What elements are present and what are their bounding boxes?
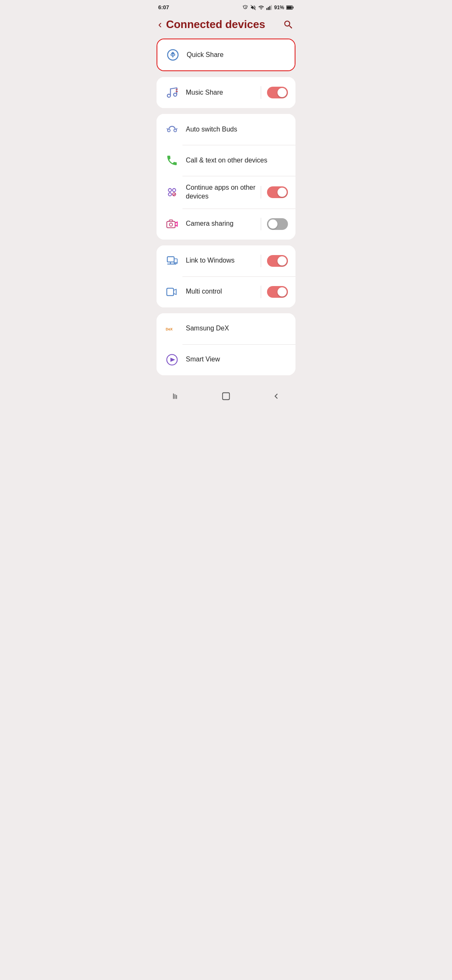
music-share-divider	[261, 86, 261, 99]
music-share-toggle-wrap	[261, 86, 288, 99]
list-item-smart-view[interactable]: Smart View	[157, 344, 295, 375]
svg-rect-4	[271, 5, 272, 10]
link-to-windows-label: Link to Windows	[186, 256, 261, 265]
auto-switch-buds-icon	[164, 121, 180, 137]
link-to-windows-divider	[261, 255, 261, 267]
svg-point-11	[167, 129, 170, 132]
search-icon[interactable]	[283, 19, 294, 30]
svg-rect-24	[167, 288, 174, 296]
samsung-dex-label: Samsung DeX	[186, 324, 288, 333]
quick-share-section: Quick Share	[157, 39, 295, 71]
status-bar: 6:07 91%	[151, 0, 301, 13]
multi-control-toggle[interactable]	[267, 286, 288, 298]
continue-apps-toggle[interactable]	[267, 186, 288, 198]
mute-icon	[250, 5, 256, 10]
samsung-section: DeX Samsung DeX Smart View	[157, 313, 295, 375]
signal-icon	[266, 5, 272, 10]
svg-point-15	[168, 193, 172, 196]
list-item-call-text[interactable]: Call & text on other devices	[157, 145, 295, 176]
camera-sharing-icon	[164, 216, 180, 232]
list-item-multi-control[interactable]: Multi control	[157, 276, 295, 307]
battery-percent: 91%	[274, 5, 284, 10]
continue-apps-toggle-knob	[277, 188, 287, 197]
svg-rect-2	[268, 7, 269, 10]
camera-sharing-label: Camera sharing	[186, 219, 261, 228]
list-item-auto-switch-buds[interactable]: Auto switch Buds	[157, 114, 295, 145]
continue-apps-toggle-wrap	[261, 186, 288, 199]
multi-control-toggle-wrap	[261, 286, 288, 298]
quick-share-icon	[165, 47, 181, 63]
link-to-windows-toggle-knob	[277, 256, 287, 266]
device-features-section: Auto switch Buds Call & text on other de…	[157, 114, 295, 240]
list-item-samsung-dex[interactable]: DeX Samsung DeX	[157, 313, 295, 344]
music-share-icon	[164, 85, 180, 101]
svg-point-9	[167, 94, 171, 98]
back-button[interactable]: ‹	[158, 18, 162, 31]
multi-control-divider	[261, 286, 261, 298]
alarm-icon	[242, 5, 248, 10]
home-button[interactable]	[217, 387, 235, 405]
status-icons: 91%	[242, 5, 294, 10]
svg-point-12	[174, 129, 176, 132]
header: ‹ Connected devices	[151, 13, 301, 39]
link-to-windows-toggle-wrap	[261, 255, 288, 267]
continue-apps-divider	[261, 186, 261, 199]
link-to-windows-icon	[164, 253, 180, 269]
smart-view-label: Smart View	[186, 355, 288, 364]
camera-sharing-divider	[261, 218, 261, 230]
multi-control-toggle-knob	[277, 287, 287, 297]
svg-rect-6	[287, 6, 292, 9]
svg-rect-1	[267, 8, 267, 10]
continue-apps-icon	[164, 184, 180, 200]
auto-switch-buds-label: Auto switch Buds	[186, 125, 288, 134]
list-item-link-to-windows[interactable]: Link to Windows	[157, 245, 295, 276]
svg-rect-3	[270, 6, 270, 10]
quick-share-label: Quick Share	[187, 51, 287, 59]
call-text-label: Call & text on other devices	[186, 156, 288, 165]
continue-apps-label: Continue apps on other devices	[186, 183, 261, 201]
smart-view-icon	[164, 352, 180, 368]
call-text-icon	[164, 152, 180, 168]
battery-icon	[286, 5, 294, 10]
svg-point-18	[170, 223, 173, 226]
svg-marker-27	[170, 358, 175, 362]
nav-bar	[151, 381, 301, 414]
svg-point-13	[168, 188, 172, 192]
svg-rect-19	[167, 257, 174, 262]
camera-sharing-toggle-wrap	[261, 218, 288, 230]
svg-rect-17	[167, 221, 175, 227]
music-share-toggle[interactable]	[267, 87, 288, 98]
wifi-icon	[258, 5, 264, 10]
windows-section: Link to Windows Multi control	[157, 245, 295, 307]
music-share-label: Music Share	[186, 88, 261, 97]
list-item-camera-sharing[interactable]: Camera sharing	[157, 209, 295, 240]
svg-point-10	[174, 93, 177, 96]
svg-text:DeX: DeX	[166, 327, 173, 331]
camera-sharing-toggle[interactable]	[267, 218, 288, 230]
page-title: Connected devices	[166, 18, 283, 31]
samsung-dex-icon: DeX	[164, 321, 180, 337]
camera-sharing-toggle-knob	[268, 219, 277, 229]
list-item-music-share[interactable]: Music Share	[157, 77, 295, 108]
svg-rect-31	[223, 392, 230, 400]
recents-button[interactable]	[167, 387, 185, 405]
multi-control-label: Multi control	[186, 287, 261, 296]
music-share-section: Music Share	[157, 77, 295, 108]
list-item-quick-share[interactable]: Quick Share	[157, 39, 295, 70]
link-to-windows-toggle[interactable]	[267, 255, 288, 267]
svg-rect-7	[293, 6, 293, 8]
multi-control-icon	[164, 284, 180, 300]
list-item-continue-apps[interactable]: Continue apps on other devices	[157, 176, 295, 209]
back-nav-button[interactable]	[267, 387, 285, 405]
music-share-toggle-knob	[277, 88, 287, 97]
svg-point-14	[172, 188, 176, 192]
status-time: 6:07	[158, 4, 169, 10]
